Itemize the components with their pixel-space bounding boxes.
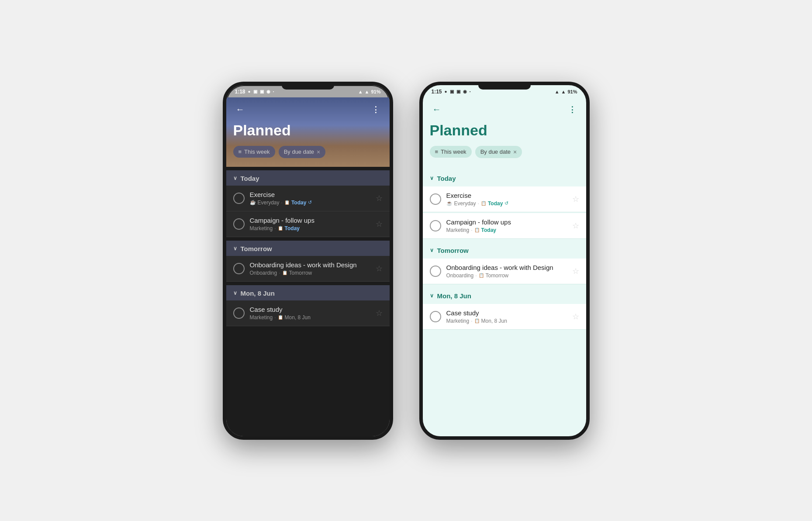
battery-dark: 91% bbox=[371, 89, 380, 94]
star-casestudy-dark[interactable]: ☆ bbox=[376, 308, 383, 318]
chip-close-dark[interactable]: × bbox=[317, 148, 320, 155]
cal-icon-onboarding-dark: 📋 bbox=[282, 270, 287, 275]
task-meta-campaign-light: Marketing · 📋 Today bbox=[446, 227, 567, 233]
section-tomorrow-label-dark: Tomorrow bbox=[241, 245, 272, 252]
status-left-light: 1:15 ● ▣ ▣ ◉ · bbox=[432, 89, 471, 95]
chip-this-week-dark[interactable]: ≡ This week bbox=[233, 146, 275, 158]
wifi-icon-light: ▲ bbox=[555, 89, 560, 94]
section-today-label-dark: Today bbox=[241, 175, 259, 182]
checkbox-casestudy-light[interactable] bbox=[430, 311, 441, 322]
back-button-light[interactable]: ← bbox=[430, 103, 444, 117]
list-icon-dark: ≡ bbox=[238, 148, 242, 155]
chip-label-by-due-date-light: By due date bbox=[480, 148, 511, 155]
header-top-light: ← ⋮ bbox=[430, 103, 579, 117]
task-exercise-dark: Exercise ☕ Everyday · 📋 Today ↺ ☆ bbox=[226, 186, 390, 211]
task-title-campaign-light: Campaign - follow ups bbox=[446, 218, 567, 226]
star-casestudy-light[interactable]: ☆ bbox=[572, 312, 579, 321]
task-casestudy-dark: Case study Marketing · 📋 Mon, 8 Jun ☆ bbox=[226, 300, 390, 326]
cal-icon-onboarding-light: 📋 bbox=[479, 273, 484, 278]
task-title-exercise-light: Exercise bbox=[446, 192, 567, 199]
list-icon-light: ≡ bbox=[435, 148, 439, 155]
time-light: 1:15 bbox=[432, 89, 442, 95]
task-meta-campaign-dark: Marketing · 📋 Today bbox=[250, 225, 370, 231]
star-exercise-light[interactable]: ☆ bbox=[572, 194, 579, 204]
task-content-campaign-light: Campaign - follow ups Marketing · 📋 Toda… bbox=[446, 218, 567, 233]
notification-icon: ▣ bbox=[253, 89, 257, 94]
project-name-exercise-dark: Everyday bbox=[258, 200, 280, 206]
more-button-dark[interactable]: ⋮ bbox=[369, 103, 383, 117]
date-onboarding-light: Tomorrow bbox=[486, 273, 509, 279]
date-exercise-dark: Today bbox=[291, 200, 306, 206]
task-onboarding-light: Onboarding ideas - work with Design Onbo… bbox=[423, 259, 586, 284]
star-exercise-dark[interactable]: ☆ bbox=[376, 193, 383, 203]
header-light: ← ⋮ Planned ≡ This week By due date × bbox=[423, 97, 586, 167]
wifi-icon: ▲ bbox=[358, 89, 363, 94]
section-today-label-light: Today bbox=[437, 175, 456, 182]
header-top-dark: ← ⋮ bbox=[233, 103, 383, 117]
more-button-light[interactable]: ⋮ bbox=[565, 103, 579, 117]
date-casestudy-dark: Mon, 8 Jun bbox=[285, 314, 311, 321]
chip-label-this-week-light: This week bbox=[441, 148, 466, 155]
checkbox-onboarding-light[interactable] bbox=[430, 266, 441, 277]
chip-close-light[interactable]: × bbox=[513, 148, 517, 155]
dot1-campaign-dark: · bbox=[274, 225, 276, 231]
dot1-onboarding-dark: · bbox=[279, 270, 280, 276]
whatsapp-icon-light: ● bbox=[445, 89, 447, 94]
task-title-casestudy-dark: Case study bbox=[250, 306, 370, 313]
section-tomorrow-dark: ∨ Tomorrow bbox=[226, 241, 390, 256]
project-icon-exercise-dark: ☕ bbox=[250, 200, 256, 205]
star-campaign-light[interactable]: ☆ bbox=[572, 221, 579, 231]
checkbox-onboarding-dark[interactable] bbox=[233, 263, 245, 274]
task-onboarding-dark: Onboarding ideas - work with Design Onbo… bbox=[226, 256, 390, 282]
dot1-exercise-dark: · bbox=[281, 200, 283, 206]
location-icon: ◉ bbox=[266, 89, 270, 94]
section-monjun-label-dark: Mon, 8 Jun bbox=[241, 290, 275, 297]
task-casestudy-light: Case study Marketing · 📋 Mon, 8 Jun ☆ bbox=[423, 304, 586, 330]
section-monjun-label-light: Mon, 8 Jun bbox=[437, 292, 471, 300]
chip-label-this-week-dark: This week bbox=[244, 148, 270, 155]
notification2-icon: ▣ bbox=[260, 89, 264, 94]
task-campaign-dark: Campaign - follow ups Marketing · 📋 Toda… bbox=[226, 211, 390, 237]
chevron-tomorrow-dark: ∨ bbox=[233, 245, 237, 252]
date-exercise-light: Today bbox=[488, 200, 503, 207]
project-name-exercise-light: Everyday bbox=[454, 200, 476, 207]
cal-icon-casestudy-dark: 📋 bbox=[278, 315, 283, 320]
dot1-casestudy-dark: · bbox=[274, 314, 276, 321]
filter-row-dark: ≡ This week By due date × bbox=[233, 146, 383, 158]
cal-icon-campaign-dark: 📋 bbox=[278, 226, 283, 231]
checkbox-exercise-light[interactable] bbox=[430, 193, 441, 205]
project-name-campaign-dark: Marketing bbox=[250, 225, 273, 231]
checkbox-campaign-light[interactable] bbox=[430, 220, 441, 231]
dot-status-light: · bbox=[470, 89, 471, 95]
task-content-onboarding-light: Onboarding ideas - work with Design Onbo… bbox=[446, 264, 567, 279]
chip-label-by-due-date-dark: By due date bbox=[284, 148, 314, 155]
date-casestudy-light: Mon, 8 Jun bbox=[481, 318, 507, 324]
cal-icon-exercise-light: 📋 bbox=[481, 201, 486, 206]
chip-by-due-date-light[interactable]: By due date × bbox=[475, 146, 522, 158]
page-title-light: Planned bbox=[430, 122, 579, 139]
chip-by-due-date-dark[interactable]: By due date × bbox=[279, 146, 326, 158]
back-button-dark[interactable]: ← bbox=[233, 103, 247, 117]
checkbox-exercise-dark[interactable] bbox=[233, 193, 245, 204]
notification-icon-light: ▣ bbox=[450, 89, 454, 94]
filter-row-light: ≡ This week By due date × bbox=[430, 146, 579, 158]
task-meta-exercise-dark: ☕ Everyday · 📋 Today ↺ bbox=[250, 200, 370, 206]
task-content-casestudy-dark: Case study Marketing · 📋 Mon, 8 Jun bbox=[250, 306, 370, 321]
signal-icon: ▲ bbox=[365, 89, 370, 94]
whatsapp-icon: ● bbox=[248, 89, 251, 94]
section-today-dark: ∨ Today bbox=[226, 170, 390, 186]
status-right-dark: ▲ ▲ 91% bbox=[358, 89, 381, 94]
star-campaign-dark[interactable]: ☆ bbox=[376, 219, 383, 229]
chip-this-week-light[interactable]: ≡ This week bbox=[430, 146, 472, 158]
project-name-casestudy-light: Marketing bbox=[446, 318, 470, 324]
star-onboarding-dark[interactable]: ☆ bbox=[376, 264, 383, 273]
checkbox-casestudy-dark[interactable] bbox=[233, 307, 245, 319]
task-title-exercise-dark: Exercise bbox=[250, 191, 370, 198]
star-onboarding-light[interactable]: ☆ bbox=[572, 266, 579, 276]
cal-icon-casestudy-light: 📋 bbox=[474, 318, 480, 323]
dot1-onboarding-light: · bbox=[475, 273, 477, 279]
checkbox-campaign-dark[interactable] bbox=[233, 218, 245, 230]
chevron-monjun-light: ∨ bbox=[430, 293, 434, 299]
task-title-campaign-dark: Campaign - follow ups bbox=[250, 217, 370, 224]
repeat-icon-exercise-light: ↺ bbox=[504, 200, 508, 206]
